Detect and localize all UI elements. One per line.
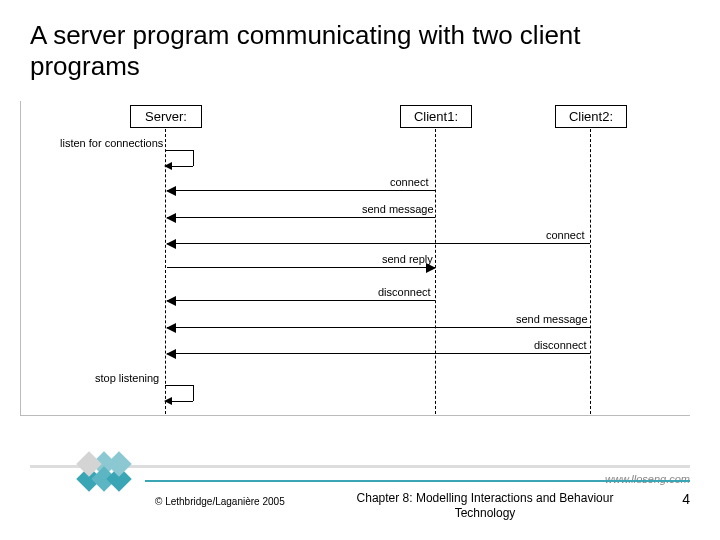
diagram-outline-h1: [20, 415, 690, 416]
deco-line-teal: [145, 480, 690, 482]
label-listen: listen for connections: [60, 137, 163, 149]
label-connect2: connect: [546, 229, 585, 241]
lifeline-server-box: Server:: [130, 105, 202, 128]
copyright-text: © Lethbridge/Laganière 2005: [155, 496, 285, 507]
label-stoplisten: stop listening: [95, 372, 159, 384]
lifeline-client2-dash: [590, 129, 591, 414]
chapter-text: Chapter 8: Modelling Interactions and Be…: [340, 491, 630, 520]
label-sendreply1: send reply: [382, 253, 433, 265]
msg-sendmsg2: [167, 327, 590, 328]
lifeline-server-dash: [165, 129, 166, 414]
label-disconnect2: disconnect: [534, 339, 587, 351]
diagram-outline-v1: [20, 101, 21, 415]
msg-connect2: [167, 243, 590, 244]
chapter-line-1: Chapter 8: Modelling Interactions and Be…: [357, 491, 614, 505]
sequence-diagram: Server: Client1: Client2: listen for con…: [60, 105, 690, 435]
msg-disconnect1: [167, 300, 435, 301]
page-number: 4: [682, 491, 690, 507]
msg-sendmsg1: [167, 217, 435, 218]
label-sendmsg2: send message: [516, 313, 588, 325]
slide-title: A server program communicating with two …: [30, 20, 590, 82]
chapter-line-2: Technology: [455, 506, 516, 520]
msg-disconnect2: [167, 353, 590, 354]
label-disconnect1: disconnect: [378, 286, 431, 298]
lifeline-client2-box: Client2:: [555, 105, 627, 128]
label-sendmsg1: send message: [362, 203, 434, 215]
deco-diamond-logo: [70, 445, 140, 495]
website-url: www.lloseng.com: [605, 473, 690, 485]
msg-sendreply1: [167, 267, 435, 268]
label-connect1: connect: [390, 176, 429, 188]
lifeline-client1-box: Client1:: [400, 105, 472, 128]
msg-connect1: [167, 190, 435, 191]
